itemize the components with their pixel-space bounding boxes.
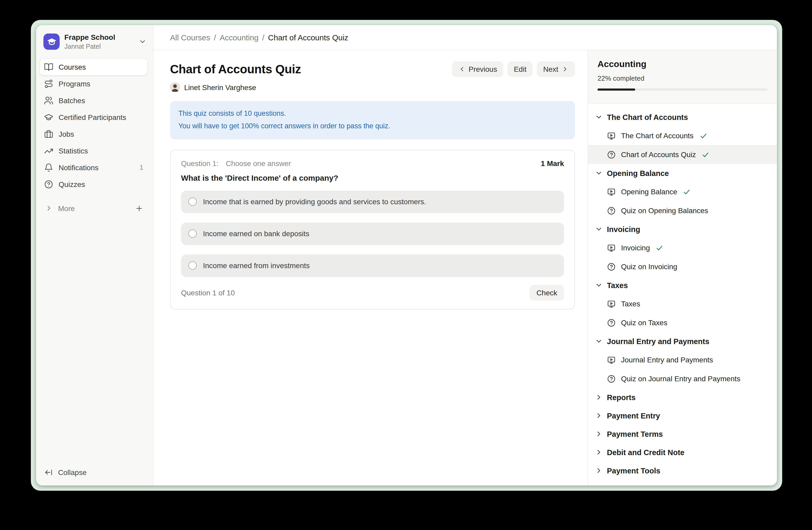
body-row: Chart of Accounts Quiz Previous Edit [153,50,777,486]
outline-item-lesson[interactable]: Opening Balance [588,182,777,201]
next-button[interactable]: Next [537,61,575,77]
sidebar-more-toggle[interactable]: More [40,200,147,217]
options-list: Income that is earned by providing goods… [181,190,564,277]
outline-item-label: Quiz on Invoicing [621,262,677,271]
outline-item-lesson[interactable]: Taxes [588,294,777,313]
workspace-switcher[interactable]: Frappe School Jannat Patel [36,25,153,58]
lesson-icon [607,187,616,196]
sidebar-item-label: Courses [59,63,86,71]
course-title: Accounting [597,59,768,70]
quiz-nav-buttons: Previous Edit Next [452,61,575,77]
chevron-down-icon [595,113,603,121]
sidebar-item-jobs[interactable]: Jobs [40,126,147,142]
outline-header: Accounting 22% completed [588,50,777,104]
chapter-title: Journal Entry and Payments [607,337,709,345]
graduation-cap-icon [44,113,53,122]
author-row: Linet Sherin Varghese [170,82,575,92]
question-progress: Question 1 of 10 [181,288,235,297]
sidebar-item-programs[interactable]: Programs [40,75,147,92]
notice-line: You will have to get 100% correct answer… [178,120,567,133]
sidebar-item-quizzes[interactable]: Quizzes [40,176,147,193]
sidebar-item-notifications[interactable]: Notifications 1 [40,159,147,176]
option-label: Income earned from investments [203,261,310,270]
chapter-row[interactable]: The Chart of Accounts [588,108,777,126]
check-icon [683,188,691,196]
outline-item-label: Journal Entry and Payments [621,355,713,364]
outline-item-quiz[interactable]: Quiz on Taxes [588,313,777,332]
edit-button[interactable]: Edit [508,61,533,77]
chapter-row[interactable]: Journal Entry and Payments [588,332,777,350]
option-radio[interactable] [188,261,197,270]
breadcrumb: All Courses / Accounting / Chart of Acco… [153,25,777,50]
chevron-right-icon [595,466,603,474]
sidebar-item-courses[interactable]: Courses [40,59,147,75]
outline-item-quiz-active[interactable]: Chart of Accounts Quiz [588,145,777,164]
chapter-title: Opening Balance [607,169,669,177]
next-button-label: Next [543,65,558,73]
previous-button[interactable]: Previous [452,61,503,77]
bell-icon [44,163,53,172]
notice-line: This quiz consists of 10 questions. [178,107,567,120]
sidebar-item-statistics[interactable]: Statistics [40,142,147,159]
chapter-row[interactable]: Opening Balance [588,164,777,182]
chapter-row[interactable]: Taxes [588,276,777,294]
option-radio[interactable] [188,197,197,206]
chapter-title: Reports [607,393,636,402]
outline-item-label: Opening Balance [621,187,677,196]
chapter-row-collapsed[interactable]: Debit and Credit Note [588,443,777,461]
workspace-info: Frappe School Jannat Patel [64,33,115,51]
quiz-icon [607,374,616,383]
chapter-row-collapsed[interactable]: Payment Entry [588,406,777,425]
outline-item-quiz[interactable]: Quiz on Invoicing [588,257,777,276]
outline-item-lesson[interactable]: Journal Entry and Payments [588,350,777,369]
option-row[interactable]: Income that is earned by providing goods… [181,190,564,213]
breadcrumb-all-courses[interactable]: All Courses [170,33,210,42]
sidebar-collapse-label: Collapse [58,468,87,477]
option-row[interactable]: Income earned on bank deposits [181,222,564,245]
option-radio[interactable] [188,229,197,238]
chapter-title: Payment Terms [607,430,663,438]
chevron-right-icon [595,393,603,401]
check-icon [699,132,707,140]
trending-up-icon [44,146,53,155]
option-row[interactable]: Income earned from investments [181,254,564,277]
chapter-title: Taxes [607,281,628,289]
sidebar-nav: Courses Programs Batches [36,58,153,217]
sidebar-item-batches[interactable]: Batches [40,92,147,109]
left-sidebar: Frappe School Jannat Patel Courses [36,25,153,486]
check-button[interactable]: Check [530,285,564,301]
outline-item-label: Quiz on Opening Balances [621,206,708,215]
sidebar-more-label: More [58,204,75,213]
sidebar-collapse-button[interactable]: Collapse [36,461,153,486]
outline-item-label: Chart of Accounts Quiz [621,150,696,159]
quiz-icon [607,150,616,159]
question-text: What is the 'Direct Income' of a company… [181,173,564,182]
outline-item-label: Quiz on Taxes [621,318,667,327]
sidebar-item-certified-participants[interactable]: Certified Participants [40,109,147,126]
lesson-icon [607,243,616,252]
sidebar-item-label: Quizzes [59,180,85,189]
outline-item-lesson[interactable]: Invoicing [588,238,777,257]
book-open-icon [44,62,53,72]
chapter-row-collapsed[interactable]: Payment Tools [588,461,777,480]
lesson-icon [607,355,616,364]
breadcrumb-accounting[interactable]: Accounting [220,33,259,42]
users-icon [44,96,53,105]
quiz-notice-banner: This quiz consists of 10 questions. You … [170,101,575,139]
lesson-icon [607,131,616,140]
outline-item-lesson[interactable]: The Chart of Accounts [588,126,777,145]
chevron-left-icon [458,66,465,73]
outline-item-quiz[interactable]: Quiz on Opening Balances [588,201,777,220]
sidebar-item-label: Statistics [59,147,88,155]
chapter-title: Payment Tools [607,466,660,475]
plus-icon[interactable] [135,204,143,213]
app-window: Frappe School Jannat Patel Courses [36,25,777,486]
outline-item-quiz[interactable]: Quiz on Journal Entry and Payments [588,369,777,388]
avatar [170,82,180,92]
outline-list: The Chart of Accounts The Chart of Accou… [588,104,777,486]
breadcrumb-current: Chart of Accounts Quiz [268,33,348,42]
chapter-row[interactable]: Invoicing [588,220,777,238]
chapter-row-collapsed[interactable]: Reports [588,388,777,406]
sidebar-item-label: Programs [59,80,90,88]
chapter-row-collapsed[interactable]: Payment Terms [588,425,777,443]
